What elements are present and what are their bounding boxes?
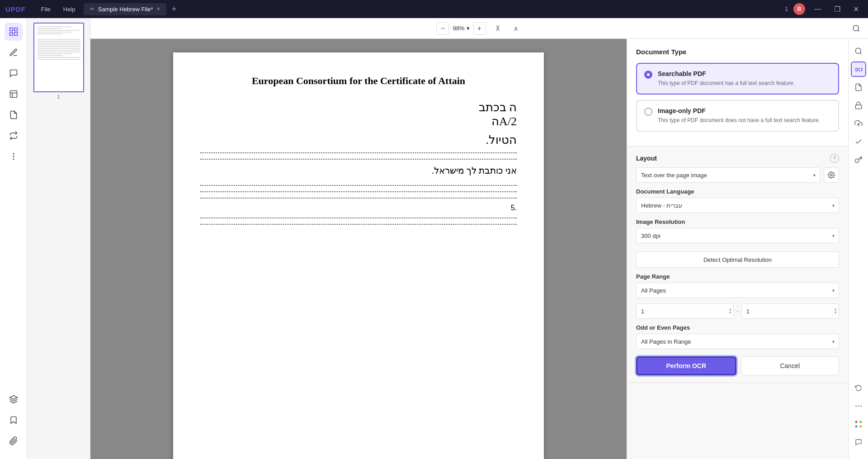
sidebar-item-ocr[interactable] <box>5 23 23 41</box>
restore-button[interactable]: ❐ <box>830 4 844 14</box>
searchable-pdf-radio[interactable] <box>644 71 652 79</box>
image-only-pdf-option[interactable]: Image-only PDF This type of PDF document… <box>636 100 839 132</box>
right-sidebar-doc[interactable] <box>851 80 866 95</box>
version-label: 1 <box>785 6 788 12</box>
right-sidebar-app[interactable] <box>851 416 866 432</box>
right-sidebar-check[interactable] <box>851 134 866 149</box>
dotted-line-5 <box>200 198 517 199</box>
sidebar-item-attachment[interactable] <box>5 432 23 450</box>
content-wrapper: European Consortium for the Certificate … <box>90 39 868 459</box>
active-tab[interactable]: ✏ Sample Hebrew File* × <box>84 3 166 15</box>
layout-dropdown[interactable]: Text over the page imageText under the p… <box>636 167 820 183</box>
thumb-line <box>37 44 80 45</box>
hebrew-text-1: ה בכתב A/2ה <box>200 100 517 128</box>
app-logo: UPUPDFDF <box>5 5 26 13</box>
odd-even-section: Odd or Even Pages All Pages in RangeOdd … <box>636 324 839 349</box>
sidebar-item-pages[interactable] <box>5 106 23 124</box>
sidebar-item-bookmark[interactable] <box>5 411 23 429</box>
image-only-pdf-label: Image-only PDF <box>658 107 820 114</box>
sidebar-item-more[interactable] <box>5 147 23 166</box>
svg-point-15 <box>858 406 859 406</box>
thumb-line <box>37 26 72 27</box>
thumb-line <box>37 43 80 43</box>
sidebar-item-layers[interactable] <box>5 390 23 408</box>
action-buttons: Perform OCR Cancel <box>636 356 839 375</box>
tab-close-button[interactable]: × <box>157 6 160 12</box>
layout-settings-icon[interactable] <box>824 167 839 183</box>
right-sidebar-key[interactable] <box>851 152 866 167</box>
image-only-pdf-radio[interactable] <box>644 108 652 116</box>
sidebar-bottom <box>5 390 23 454</box>
right-sidebar-upload[interactable] <box>851 116 866 131</box>
resolution-dropdown-wrapper: 72 dpi150 dpi300 dpi600 dpi ▾ <box>636 228 839 243</box>
page-to-input[interactable] <box>741 303 839 319</box>
minimize-button[interactable]: — <box>811 4 825 14</box>
right-sidebar-chat[interactable] <box>851 435 866 450</box>
dotted-line-2 <box>200 159 517 160</box>
svg-point-10 <box>830 174 832 176</box>
menu-file[interactable]: File <box>37 4 55 14</box>
zoom-out-button[interactable]: − <box>436 22 449 35</box>
page-to-spinner: ▲ ▼ <box>834 303 837 319</box>
hebrew-text-2: הטיול. <box>200 133 517 147</box>
sidebar-item-convert[interactable] <box>5 127 23 145</box>
page-to-wrapper: ▲ ▼ <box>741 303 839 319</box>
detect-resolution-button[interactable]: Detect Optimal Resolution <box>636 251 839 268</box>
doc-language-label: Document Language <box>636 188 839 195</box>
page-range-dropdown-wrapper: All PagesCustom Range ▾ <box>636 283 839 298</box>
searchable-pdf-label: Searchable PDF <box>658 70 795 77</box>
titlebar: UPUPDFDF File Help ✏ Sample Hebrew File*… <box>0 0 868 18</box>
perform-ocr-button[interactable]: Perform OCR <box>636 356 736 375</box>
page-to-down[interactable]: ▼ <box>834 311 837 315</box>
document-title: European Consortium for the Certificate … <box>200 75 517 87</box>
svg-rect-1 <box>14 28 17 31</box>
right-sidebar-refresh[interactable] <box>851 380 866 396</box>
searchable-pdf-option[interactable]: Searchable PDF This type of PDF document… <box>636 63 839 95</box>
resolution-dropdown[interactable]: 72 dpi150 dpi300 dpi600 dpi <box>636 228 839 243</box>
image-only-pdf-content: Image-only PDF This type of PDF document… <box>658 107 820 124</box>
thumb-line <box>37 30 80 31</box>
user-avatar[interactable]: B <box>793 3 805 15</box>
close-button[interactable]: ✕ <box>849 4 863 14</box>
page-range-inputs: ▲ ▼ - ▲ ▼ <box>636 303 839 319</box>
layout-dropdown-row: Text over the page imageText under the p… <box>636 167 839 183</box>
right-sidebar-bottom <box>851 380 866 454</box>
help-icon[interactable]: ? <box>830 154 839 163</box>
svg-point-9 <box>853 25 859 31</box>
page-from-down[interactable]: ▼ <box>728 311 732 315</box>
thumb-line <box>37 59 80 60</box>
right-sidebar-search[interactable] <box>851 43 866 59</box>
cancel-button[interactable]: Cancel <box>741 356 840 375</box>
menu-help[interactable]: Help <box>59 4 80 14</box>
search-button[interactable] <box>849 21 863 36</box>
nav-first-button[interactable]: ⊼ <box>491 22 504 35</box>
right-sidebar-sync[interactable] <box>851 398 866 414</box>
sidebar-item-comment[interactable] <box>5 64 23 82</box>
tab-edit-icon: ✏ <box>90 6 94 12</box>
right-sidebar-ocr[interactable]: OCR <box>851 62 866 77</box>
svg-point-7 <box>13 159 14 160</box>
odd-even-dropdown[interactable]: All Pages in RangeOdd Pages OnlyEven Pag… <box>636 334 839 349</box>
page-content: European Consortium for the Certificate … <box>173 52 544 459</box>
zoom-in-button[interactable]: + <box>473 22 486 35</box>
page-separator: - <box>736 308 739 315</box>
right-sidebar-lock[interactable] <box>851 98 866 113</box>
doc-type-section: Document Type Searchable PDF This type o… <box>627 39 848 147</box>
page-thumbnail[interactable] <box>33 23 84 92</box>
odd-even-dropdown-row: All Pages in RangeOdd Pages OnlyEven Pag… <box>636 334 839 349</box>
thumbnail-page-number: 1 <box>57 94 60 99</box>
sidebar-item-organize[interactable] <box>5 85 23 103</box>
sidebar-item-edit[interactable] <box>5 43 23 62</box>
svg-point-20 <box>855 426 857 428</box>
new-tab-button[interactable]: + <box>172 5 177 14</box>
resolution-dropdown-row: 72 dpi150 dpi300 dpi600 dpi ▾ <box>636 228 839 243</box>
page-from-input[interactable] <box>636 303 734 319</box>
odd-even-label: Odd or Even Pages <box>636 324 839 331</box>
doc-language-section: Document Language Hebrew - עברית ▾ <box>636 188 839 213</box>
zoom-value[interactable]: 98% ▾ <box>453 25 469 32</box>
searchable-pdf-content: Searchable PDF This type of PDF document… <box>658 70 795 87</box>
page-range-dropdown[interactable]: All PagesCustom Range <box>636 283 839 298</box>
language-dropdown[interactable]: Hebrew - עברית <box>636 198 839 213</box>
svg-rect-2 <box>9 33 12 35</box>
nav-prev-button[interactable]: ∧ <box>509 22 522 35</box>
